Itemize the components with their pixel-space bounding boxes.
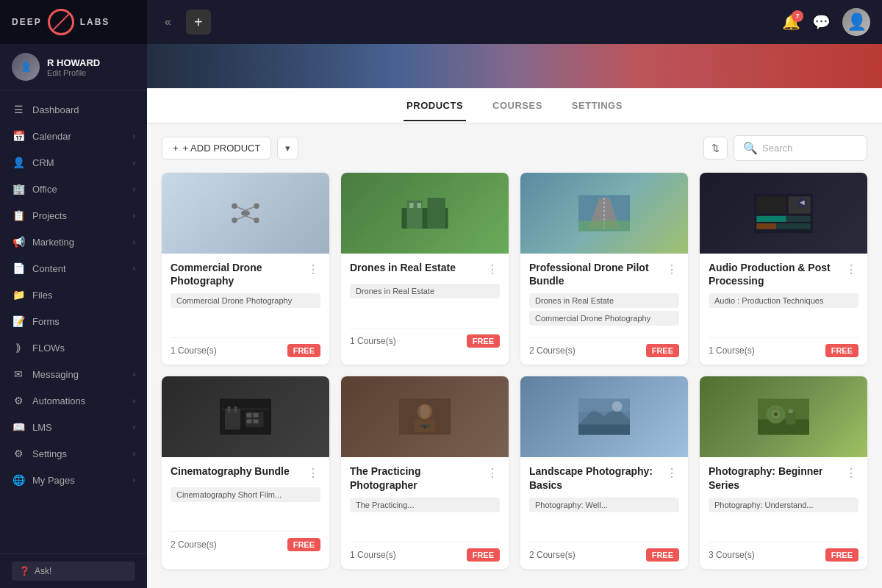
svg-rect-49 bbox=[758, 420, 809, 435]
toolbar-left: + + ADD PRODUCT ▾ bbox=[162, 137, 298, 159]
courses-count: 1 Course(s) bbox=[350, 550, 396, 560]
courses-count: 2 Course(s) bbox=[529, 550, 576, 560]
sidebar-label-marketing: Marketing bbox=[32, 237, 74, 248]
card-menu-button[interactable]: ⋮ bbox=[485, 261, 500, 278]
sidebar-item-forms[interactable]: 📝 Forms bbox=[0, 308, 147, 334]
user-edit-link[interactable]: Edit Profile bbox=[47, 68, 135, 77]
sidebar-item-marketing[interactable]: 📢 Marketing › bbox=[0, 229, 147, 255]
add-product-button[interactable]: + + ADD PRODUCT bbox=[162, 137, 271, 159]
chevron-right-icon: › bbox=[133, 370, 135, 379]
avatar: 👤 bbox=[12, 53, 40, 81]
files-icon: 📁 bbox=[12, 288, 25, 301]
main-content: « + 🔔 7 💬 👤 PRODUCTS COURSES SETTINGS bbox=[147, 0, 882, 588]
ask-button[interactable]: ❓ Ask! bbox=[12, 562, 135, 581]
tab-settings[interactable]: SETTINGS bbox=[569, 90, 625, 121]
product-title: Commercial Drone Photography bbox=[171, 261, 306, 287]
card-tags: Cinematography Short Film... bbox=[171, 487, 320, 524]
sidebar-item-lms[interactable]: 📖 LMS › bbox=[0, 414, 147, 440]
svg-point-8 bbox=[254, 218, 259, 223]
sidebar-item-content[interactable]: 📄 Content › bbox=[0, 255, 147, 282]
product-title: Audio Production & Post Processing bbox=[709, 261, 844, 287]
messages-button[interactable]: 💬 bbox=[812, 13, 831, 31]
svg-rect-22 bbox=[756, 215, 786, 221]
forms-icon: 📝 bbox=[12, 315, 25, 328]
free-badge: FREE bbox=[825, 344, 858, 357]
sidebar-item-flows[interactable]: ⟫ FLOWs bbox=[0, 334, 147, 361]
tab-courses[interactable]: COURSES bbox=[490, 90, 545, 121]
product-title: Cinematography Bundle bbox=[171, 465, 306, 478]
sidebar-item-files[interactable]: 📁 Files bbox=[0, 282, 147, 308]
card-menu-button[interactable]: ⋮ bbox=[844, 465, 858, 481]
chevron-right-icon: › bbox=[133, 238, 135, 246]
filter-button[interactable]: ⇅ bbox=[703, 137, 728, 159]
sidebar-label-mypages: My Pages bbox=[32, 475, 75, 486]
product-card-commercial-drone: Commercial Drone Photography ⋮ Commercia… bbox=[162, 173, 329, 365]
svg-rect-24 bbox=[756, 223, 776, 229]
product-card-cinematography: Cinematography Bundle ⋮ Cinematography S… bbox=[162, 376, 329, 568]
crm-icon: 👤 bbox=[12, 156, 25, 169]
svg-point-54 bbox=[774, 412, 778, 417]
add-button[interactable]: + bbox=[186, 10, 211, 35]
card-header: Professional Drone Pilot Bundle ⋮ bbox=[529, 261, 679, 287]
profile-avatar[interactable]: 👤 bbox=[842, 8, 870, 36]
notification-button[interactable]: 🔔 7 bbox=[782, 13, 800, 31]
sidebar-label-forms: Forms bbox=[32, 316, 60, 327]
chevron-right-icon: › bbox=[133, 423, 135, 431]
card-header: Cinematography Bundle ⋮ bbox=[171, 465, 320, 481]
filter-icon: ⇅ bbox=[711, 143, 720, 154]
sidebar-item-automations[interactable]: ⚙ Automations › bbox=[0, 387, 147, 414]
collapse-button[interactable]: « bbox=[159, 12, 177, 32]
app-name-part1: DEEP bbox=[12, 17, 42, 27]
chevron-right-icon: › bbox=[133, 159, 135, 167]
card-menu-button[interactable]: ⋮ bbox=[664, 261, 679, 278]
svg-rect-45 bbox=[578, 425, 630, 435]
card-menu-button[interactable]: ⋮ bbox=[306, 465, 320, 481]
sidebar-item-crm[interactable]: 👤 CRM › bbox=[0, 149, 147, 176]
sidebar-label-automations: Automations bbox=[32, 395, 85, 406]
card-body: Drones in Real Estate ⋮ Drones in Real E… bbox=[341, 254, 509, 355]
sidebar-nav: ☰ Dashboard 📅 Calendar › 👤 CRM › 🏢 Offic… bbox=[0, 90, 147, 553]
svg-point-7 bbox=[232, 218, 237, 223]
sidebar-item-office[interactable]: 🏢 Office › bbox=[0, 176, 147, 202]
settings-icon: ⚙ bbox=[12, 447, 25, 460]
card-body: The Practicing Photographer ⋮ The Practi… bbox=[341, 457, 509, 568]
dropdown-button[interactable]: ▾ bbox=[277, 137, 298, 159]
card-footer: 1 Course(s) FREE bbox=[171, 337, 320, 357]
product-card-landscape: Landscape Photography: Basics ⋮ Photogra… bbox=[520, 376, 688, 568]
sidebar-label-dashboard: Dashboard bbox=[32, 104, 79, 115]
app-logo bbox=[48, 9, 74, 35]
sidebar-item-projects[interactable]: 📋 Projects › bbox=[0, 202, 147, 229]
search-input[interactable] bbox=[762, 143, 858, 154]
card-menu-button[interactable]: ⋮ bbox=[844, 261, 858, 278]
sidebar: DEEP LABS 👤 R HOWARD Edit Profile ☰ Dash… bbox=[0, 0, 147, 588]
tab-products[interactable]: PRODUCTS bbox=[404, 90, 466, 121]
mypages-icon: 🌐 bbox=[12, 473, 25, 487]
card-footer: 2 Course(s) FREE bbox=[529, 337, 679, 357]
add-product-label: + ADD PRODUCT bbox=[183, 143, 261, 154]
app-name-part3: LABS bbox=[80, 17, 110, 27]
card-footer: 1 Course(s) FREE bbox=[350, 542, 500, 562]
sidebar-item-dashboard[interactable]: ☰ Dashboard bbox=[0, 96, 147, 123]
card-menu-button[interactable]: ⋮ bbox=[664, 465, 679, 481]
courses-count: 2 Course(s) bbox=[529, 345, 576, 356]
sidebar-item-messaging[interactable]: ✉ Messaging › bbox=[0, 361, 147, 387]
sidebar-label-flows: FLOWs bbox=[32, 343, 65, 354]
product-image-beginner bbox=[700, 376, 867, 457]
card-menu-button[interactable]: ⋮ bbox=[306, 261, 320, 278]
toolbar-right: ⇅ 🔍 bbox=[703, 135, 867, 161]
sidebar-item-mypages[interactable]: 🌐 My Pages › bbox=[0, 467, 147, 493]
projects-icon: 📋 bbox=[12, 209, 25, 222]
product-image-photographer bbox=[341, 376, 509, 457]
card-body: Landscape Photography: Basics ⋮ Photogra… bbox=[520, 457, 688, 568]
topbar: « + 🔔 7 💬 👤 bbox=[147, 0, 882, 44]
sidebar-item-calendar[interactable]: 📅 Calendar › bbox=[0, 123, 147, 149]
office-icon: 🏢 bbox=[12, 182, 25, 196]
tag: Photography: Well... bbox=[529, 498, 679, 512]
user-name: R HOWARD bbox=[47, 57, 135, 68]
sidebar-item-settings[interactable]: ⚙ Settings › bbox=[0, 440, 147, 467]
svg-point-40 bbox=[420, 405, 430, 420]
sidebar-label-messaging: Messaging bbox=[32, 369, 79, 380]
product-image-realestate bbox=[341, 173, 509, 254]
card-menu-button[interactable]: ⋮ bbox=[485, 465, 500, 481]
card-tags: Photography: Well... bbox=[529, 498, 679, 534]
